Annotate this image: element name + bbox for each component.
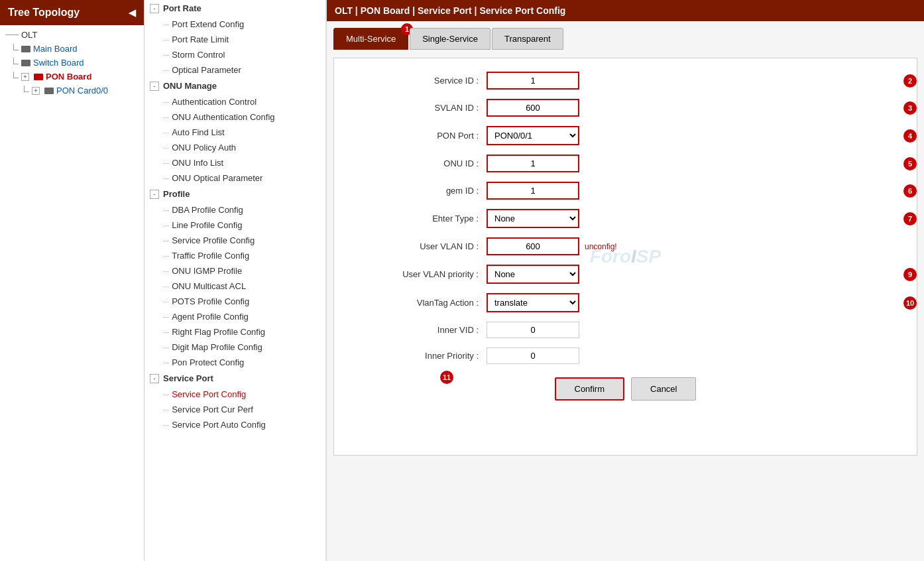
label-vlantag-action: VlanTag Action : [354, 298, 487, 308]
ponboard-icon [34, 74, 43, 80]
nav-item-agent-profile[interactable]: Agent Profile Config [144, 309, 325, 324]
nav-item-line-profile[interactable]: Line Profile Config [144, 218, 325, 233]
tree-item-ponboard[interactable]: + PON Board [0, 70, 144, 84]
label-inner-priority: Inner Priority : [354, 351, 487, 361]
nav-item-service-port-config[interactable]: Service Port Config [144, 387, 325, 402]
nav-section-profile[interactable]: - Profile [144, 186, 325, 202]
nav-item-onu-optical-param[interactable]: ONU Optical Parameter [144, 170, 325, 186]
nav-item-onu-auth-config[interactable]: ONU Authentication Config [144, 109, 325, 125]
portrate-expand-icon[interactable]: - [150, 4, 159, 13]
nav-item-service-port-cur-perf[interactable]: Service Port Cur Perf [144, 402, 325, 417]
label-service-id: Service ID : [354, 76, 487, 86]
select-user-vlan-priority[interactable]: None 0123 4567 [487, 265, 579, 284]
select-pon-port[interactable]: PON0/0/1 PON0/0/2 [487, 126, 579, 145]
badge-10: 10 [903, 296, 917, 310]
onumanage-expand-icon[interactable]: - [150, 82, 159, 91]
nav-item-optical-parameter[interactable]: Optical Parameter [144, 62, 325, 78]
form-row-inner-priority: Inner Priority : [354, 347, 897, 364]
label-gem-id: gem ID : [354, 186, 487, 196]
nav-item-authentication-control[interactable]: Authentication Control [144, 94, 325, 109]
nav-item-dba-profile[interactable]: DBA Profile Config [144, 202, 325, 218]
form-row-gem-id: gem ID : 6 [354, 182, 897, 200]
input-service-id[interactable] [487, 72, 579, 90]
switchboard-icon [21, 60, 30, 66]
form-row-ehter-type: Ehter Type : None Type1 Type2 7 [354, 209, 897, 228]
ponboard-expand-icon[interactable]: + [21, 73, 29, 81]
profile-expand-icon[interactable]: - [150, 190, 159, 199]
input-svlan-id[interactable] [487, 99, 579, 117]
tree-item-poncard[interactable]: + PON Card0/0 [0, 84, 144, 97]
nav-item-auto-find-list[interactable]: Auto Find List [144, 125, 325, 140]
select-ehter-type[interactable]: None Type1 Type2 [487, 209, 579, 228]
label-onu-id: ONU ID : [354, 158, 487, 168]
label-inner-vid: Inner VID : [354, 325, 487, 335]
confirm-button[interactable]: Confirm [555, 377, 625, 401]
nav-item-onu-multicast-acl[interactable]: ONU Multicast ACL [144, 279, 325, 294]
badge-3: 3 [903, 101, 917, 115]
badge-4: 4 [903, 129, 917, 143]
input-inner-priority[interactable] [487, 347, 579, 364]
form-row-service-id: Service ID : 2 [354, 72, 897, 90]
nav-item-right-flag-profile[interactable]: Right Flag Profile Config [144, 324, 325, 340]
badge-9: 9 [903, 268, 917, 281]
nav-item-service-port-auto-config[interactable]: Service Port Auto Config [144, 417, 325, 432]
label-user-vlan-priority: User VLAN priority : [354, 269, 487, 279]
nav-item-pots-profile[interactable]: POTS Profile Config [144, 294, 325, 309]
nav-item-digit-map-profile[interactable]: Digit Map Profile Config [144, 340, 325, 355]
nav-section-onumanage[interactable]: - ONU Manage [144, 78, 325, 94]
nav-item-port-extend-config[interactable]: Port Extend Config [144, 17, 325, 32]
form-row-vlantag-action: VlanTag Action : translate add remove no… [354, 293, 897, 312]
form-row-user-vlan-id: User VLAN ID : unconfig! 8 [354, 237, 897, 255]
tree-item-switchboard[interactable]: Switch Board [0, 56, 144, 70]
nav-item-onu-igmp-profile[interactable]: ONU IGMP Profile [144, 263, 325, 279]
tab-multi-service[interactable]: Multi-Service 1 [333, 28, 408, 50]
badge-11: 11 [440, 371, 453, 384]
input-user-vlan-id[interactable] [487, 237, 579, 255]
nav-panel: - Port Rate Port Extend Config Port Rate… [144, 0, 327, 561]
poncard-icon [44, 88, 54, 94]
tab-transparent[interactable]: Transparent [492, 28, 563, 50]
label-ehter-type: Ehter Type : [354, 214, 487, 223]
content-area: OLT | PON Board | Service Port | Service… [327, 0, 924, 561]
sidebar-title: Tree Topology [8, 7, 80, 19]
tree-item-mainboard[interactable]: Main Board [0, 42, 144, 56]
nav-item-onu-policy-auth[interactable]: ONU Policy Auth [144, 140, 325, 155]
nav-item-pon-protect-config[interactable]: Pon Protect Config [144, 355, 325, 370]
nav-item-service-profile[interactable]: Service Profile Config [144, 233, 325, 248]
input-inner-vid[interactable] [487, 322, 579, 338]
label-pon-port: PON Port : [354, 131, 487, 141]
nav-item-port-rate-limit[interactable]: Port Rate Limit [144, 32, 325, 47]
select-vlantag-action[interactable]: translate add remove none [487, 293, 579, 312]
label-svlan-id: SVLAN ID : [354, 103, 487, 113]
nav-item-traffic-profile[interactable]: Traffic Profile Config [144, 248, 325, 263]
tabs-bar: Multi-Service 1 Single-Service Transpare… [333, 28, 917, 50]
poncard-expand-icon[interactable]: + [32, 87, 40, 95]
sidebar-header: Tree Topology ◀ [0, 0, 144, 25]
nav-item-storm-control[interactable]: Storm Control [144, 47, 325, 62]
form-row-user-vlan-priority: User VLAN priority : None 0123 4567 9 [354, 265, 897, 284]
form-row-onu-id: ONU ID : 5 [354, 155, 897, 172]
badge-2: 2 [903, 74, 917, 88]
serviceport-expand-icon[interactable]: - [150, 374, 159, 383]
input-onu-id[interactable] [487, 155, 579, 172]
form-row-inner-vid: Inner VID : [354, 322, 897, 338]
label-user-vlan-id: User VLAN ID : [354, 241, 487, 251]
nav-section-serviceport[interactable]: - Service Port [144, 370, 325, 387]
nav-section-portrate[interactable]: - Port Rate [144, 0, 325, 17]
sidebar-collapse-icon[interactable]: ◀ [129, 7, 136, 18]
breadcrumb: OLT | PON Board | Service Port | Service… [327, 0, 924, 21]
badge-7: 7 [903, 212, 917, 225]
badge-5: 5 [903, 157, 917, 170]
mainboard-icon [21, 46, 30, 52]
form-panel: ForoISP Service ID : 2 SVLAN ID : 3 PON … [333, 58, 917, 456]
input-gem-id[interactable] [487, 182, 579, 200]
tree-item-olt[interactable]: OLT [0, 28, 144, 42]
form-row-svlan-id: SVLAN ID : 3 [354, 99, 897, 117]
cancel-button[interactable]: Cancel [631, 377, 696, 401]
tab-single-service[interactable]: Single-Service [410, 28, 491, 50]
badge-6: 6 [903, 184, 917, 198]
nav-item-onu-info-list[interactable]: ONU Info List [144, 155, 325, 170]
sidebar-tree: OLT Main Board Switch Board + PON Board [0, 25, 144, 561]
buttons-row: Confirm Cancel 11 [354, 377, 897, 401]
unconfig-text: unconfig! [585, 242, 617, 251]
